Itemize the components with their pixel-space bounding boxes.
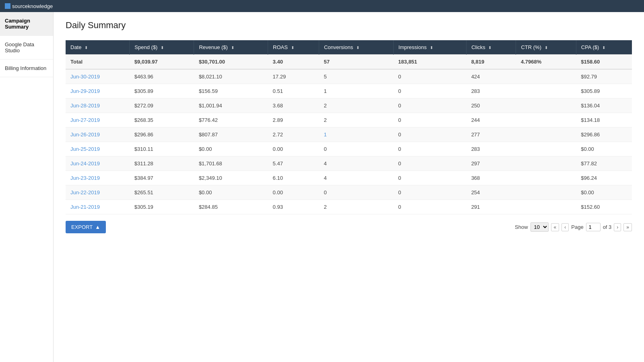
- cell-conversions: 2: [319, 99, 393, 113]
- cell-date: Jun-23-2019: [66, 171, 130, 185]
- cell-cpa: $0.00: [576, 142, 632, 156]
- table-row: Jun-28-2019$272.09$1,001.943.6820250$136…: [66, 99, 632, 113]
- cell-clicks: 244: [466, 113, 516, 128]
- cell-roas: 5.47: [268, 156, 319, 171]
- logo-text: sourceknowledge: [12, 3, 53, 9]
- cell-cpa: $0.00: [576, 185, 632, 200]
- cell-impressions: 0: [393, 99, 466, 113]
- sort-icon-revenue: ⬍: [231, 45, 234, 50]
- sidebar-item-google-data-studio[interactable]: Google Data Studio: [0, 36, 53, 60]
- col-header-impressions[interactable]: Impressions ⬍: [393, 40, 466, 55]
- cell-date: Jun-30-2019: [66, 69, 130, 84]
- col-header-revenue[interactable]: Revenue ($) ⬍: [194, 40, 268, 55]
- cell-spend: $384.97: [130, 171, 194, 185]
- cell-ctr: [516, 142, 576, 156]
- col-header-roas[interactable]: ROAS ⬍: [268, 40, 319, 55]
- cell-spend: $310.11: [130, 142, 194, 156]
- cell-clicks: 424: [466, 69, 516, 84]
- table-row: Jun-30-2019$463.96$8,021.1017.2950424$92…: [66, 69, 632, 84]
- last-page-button[interactable]: »: [623, 223, 632, 231]
- cell-roas: 0.93: [268, 200, 319, 214]
- cell-roas: 0.51: [268, 84, 319, 99]
- cell-spend: $463.96: [130, 69, 194, 84]
- total-revenue: $30,701.00: [194, 55, 268, 70]
- cell-clicks: 291: [466, 200, 516, 214]
- cell-roas: 0.00: [268, 142, 319, 156]
- cell-spend: $265.51: [130, 185, 194, 200]
- cell-cpa: $92.79: [576, 69, 632, 84]
- cell-date: Jun-26-2019: [66, 128, 130, 142]
- col-header-conversions[interactable]: Conversions ⬍: [319, 40, 393, 55]
- sort-icon-roas: ⬍: [291, 45, 294, 50]
- cell-impressions: 0: [393, 84, 466, 99]
- cell-clicks: 297: [466, 156, 516, 171]
- cell-date: Jun-29-2019: [66, 84, 130, 99]
- cell-cpa: $77.82: [576, 156, 632, 171]
- col-header-spend[interactable]: Spend ($) ⬍: [130, 40, 194, 55]
- cell-revenue: $776.42: [194, 113, 268, 128]
- cell-revenue: $1,001.94: [194, 99, 268, 113]
- cell-date: Jun-25-2019: [66, 142, 130, 156]
- sk-logo-icon: [5, 3, 10, 9]
- cell-roas: 3.68: [268, 99, 319, 113]
- col-header-cpa[interactable]: CPA ($) ⬍: [576, 40, 632, 55]
- cell-spend: $305.89: [130, 84, 194, 99]
- cell-revenue: $156.59: [194, 84, 268, 99]
- col-header-ctr[interactable]: CTR (%) ⬍: [516, 40, 576, 55]
- cell-impressions: 0: [393, 142, 466, 156]
- cell-revenue: $807.87: [194, 128, 268, 142]
- table-total-row: Total $9,039.97 $30,701.00 3.40 57 183,8…: [66, 55, 632, 70]
- page-label: Page: [571, 224, 583, 230]
- cell-date: Jun-27-2019: [66, 113, 130, 128]
- sort-icon-date: ⬍: [85, 45, 88, 50]
- cell-conversions: 4: [319, 171, 393, 185]
- cell-impressions: 0: [393, 171, 466, 185]
- table-row: Jun-25-2019$310.11$0.000.0000283$0.00: [66, 142, 632, 156]
- col-header-date[interactable]: Date ⬍: [66, 40, 130, 55]
- cell-clicks: 283: [466, 84, 516, 99]
- export-button[interactable]: EXPORT ▲: [66, 221, 106, 233]
- cell-spend: $272.09: [130, 99, 194, 113]
- logo: sourceknowledge: [5, 3, 53, 9]
- cell-ctr: [516, 84, 576, 99]
- cell-revenue: $2,349.10: [194, 171, 268, 185]
- cell-ctr: [516, 99, 576, 113]
- cell-cpa: $296.86: [576, 128, 632, 142]
- show-select[interactable]: 10 25 50: [530, 222, 549, 232]
- first-page-button[interactable]: «: [551, 223, 559, 231]
- page-input[interactable]: [586, 223, 601, 231]
- cell-conversions: 2: [319, 200, 393, 214]
- cell-impressions: 0: [393, 156, 466, 171]
- cell-spend: $311.28: [130, 156, 194, 171]
- cell-cpa: $96.24: [576, 171, 632, 185]
- cell-ctr: [516, 69, 576, 84]
- cell-conversions: 0: [319, 185, 393, 200]
- total-conversions: 57: [319, 55, 393, 70]
- data-table-wrapper: Date ⬍ Spend ($) ⬍ Revenue ($) ⬍ ROAS: [66, 40, 632, 214]
- cell-ctr: [516, 113, 576, 128]
- total-roas: 3.40: [268, 55, 319, 70]
- table-row: Jun-27-2019$268.35$776.422.8920244$134.1…: [66, 113, 632, 128]
- cell-spend: $305.19: [130, 200, 194, 214]
- cell-cpa: $305.89: [576, 84, 632, 99]
- next-page-button[interactable]: ›: [614, 223, 621, 231]
- cell-impressions: 0: [393, 128, 466, 142]
- cell-clicks: 254: [466, 185, 516, 200]
- cell-cpa: $134.18: [576, 113, 632, 128]
- sort-icon-cpa: ⬍: [602, 45, 605, 50]
- daily-summary-table: Date ⬍ Spend ($) ⬍ Revenue ($) ⬍ ROAS: [66, 40, 632, 214]
- total-ctr: 4.7968%: [516, 55, 576, 70]
- cell-revenue: $0.00: [194, 185, 268, 200]
- cell-impressions: 0: [393, 69, 466, 84]
- col-header-clicks[interactable]: Clicks ⬍: [466, 40, 516, 55]
- topbar: sourceknowledge: [0, 0, 644, 12]
- cell-ctr: [516, 171, 576, 185]
- table-row: Jun-23-2019$384.97$2,349.106.1040368$96.…: [66, 171, 632, 185]
- sidebar-item-billing-information[interactable]: Billing Information: [0, 60, 53, 77]
- prev-page-button[interactable]: ‹: [561, 223, 569, 231]
- cell-conversions: 1: [319, 128, 393, 142]
- pagination-controls: Show 10 25 50 « ‹ Page of 3 › »: [515, 222, 632, 232]
- total-impressions: 183,851: [393, 55, 466, 70]
- cell-conversions: 4: [319, 156, 393, 171]
- sidebar-item-campaign-summary[interactable]: Campaign Summary: [0, 12, 53, 36]
